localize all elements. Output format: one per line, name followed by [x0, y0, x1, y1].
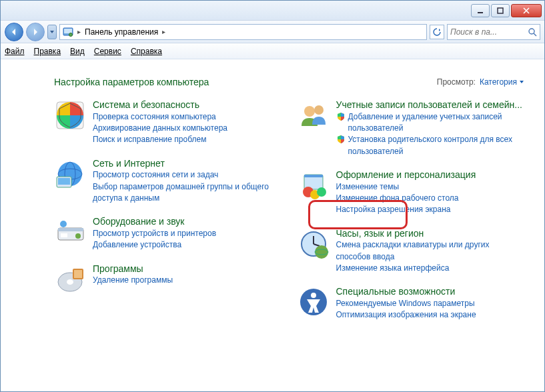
appearance-icon	[298, 169, 330, 201]
menu-help[interactable]: Справка	[131, 47, 162, 56]
sublink[interactable]: Удаление программы	[93, 275, 282, 286]
sublink[interactable]: Изменение языка интерфейса	[336, 263, 525, 274]
hardware-icon	[54, 216, 86, 248]
shield-icon	[336, 135, 346, 144]
maximize-button[interactable]	[491, 4, 510, 17]
sublink[interactable]: Добавление устройства	[93, 239, 282, 251]
category-link-network[interactable]: Сеть и Интернет	[93, 158, 282, 170]
search-icon	[528, 27, 537, 37]
svg-point-5	[529, 29, 534, 34]
category-link-clock[interactable]: Часы, язык и регион	[336, 228, 525, 240]
menu-tools[interactable]: Сервис	[94, 47, 121, 56]
history-dropdown[interactable]	[47, 25, 57, 39]
sublink-shield[interactable]: Добавление и удаление учетных записей по…	[336, 111, 525, 135]
menu-view[interactable]: Вид	[70, 47, 85, 56]
clock-icon	[298, 228, 330, 260]
svg-point-4	[69, 33, 73, 36]
shield-icon	[336, 112, 346, 121]
system-icon	[54, 99, 86, 131]
sublink[interactable]: Оптимизация изображения на экране	[336, 309, 525, 321]
navbar: ▸ Панель управления ▸	[1, 21, 544, 43]
category-body: Учетные записи пользователей и семейн...…	[336, 99, 525, 157]
category-link-system[interactable]: Система и безопасность	[93, 99, 282, 111]
search-box[interactable]	[447, 24, 540, 40]
category-body: Оборудование и звукПросмотр устройств и …	[93, 216, 282, 251]
category-body: Оформление и персонализацияИзменение тем…	[336, 169, 525, 216]
category-link-ease[interactable]: Специальные возможности	[336, 286, 525, 298]
sublink[interactable]: Просмотр состояния сети и задач	[93, 169, 282, 181]
sublink[interactable]: Изменение темы	[336, 181, 525, 193]
category-network: Сеть и ИнтернетПросмотр состояния сети и…	[54, 158, 282, 205]
sublink[interactable]: Изменение фона рабочего стола	[336, 193, 525, 204]
forward-button[interactable]	[26, 23, 45, 41]
category-ease: Специальные возможностиРекомендуемые Win…	[298, 286, 525, 321]
breadcrumb-item[interactable]: Панель управления	[85, 27, 158, 37]
sublink[interactable]: Настройка разрешения экрана	[336, 204, 525, 215]
category-programs: ПрограммыУдаление программы	[54, 263, 282, 295]
menubar: Файл Правка Вид Сервис Справка	[1, 43, 544, 59]
sublink[interactable]: Смена раскладки клавиатуры или других сп…	[336, 239, 525, 263]
category-link-users[interactable]: Учетные записи пользователей и семейн...	[336, 99, 525, 111]
network-icon	[54, 158, 86, 190]
category-clock: Часы, язык и регионСмена раскладки клави…	[298, 228, 525, 275]
ease-icon	[298, 286, 330, 318]
sublink[interactable]: Проверка состояния компьютера	[93, 111, 282, 123]
header-row: Настройка параметров компьютера Просмотр…	[54, 77, 524, 87]
category-users: Учетные записи пользователей и семейн...…	[298, 99, 525, 157]
window: ▸ Панель управления ▸ Файл Правка Вид Се…	[0, 0, 545, 392]
sublink[interactable]: Просмотр устройств и принтеров	[93, 228, 282, 239]
control-panel-icon	[63, 27, 73, 37]
category-hardware: Оборудование и звукПросмотр устройств и …	[54, 216, 282, 251]
view-dropdown[interactable]: Категория	[480, 77, 524, 87]
close-button[interactable]	[511, 4, 542, 17]
chevron-down-icon	[519, 79, 524, 85]
sublink[interactable]: Архивирование данных компьютера	[93, 123, 282, 134]
category-link-programs[interactable]: Программы	[93, 263, 282, 275]
category-body: Часы, язык и регионСмена раскладки клави…	[336, 228, 525, 275]
svg-rect-3	[64, 29, 72, 33]
category-appearance: Оформление и персонализацияИзменение тем…	[298, 169, 525, 216]
svg-rect-1	[498, 8, 503, 13]
chevron-right-icon: ▸	[162, 28, 165, 35]
sublink[interactable]: Рекомендуемые Windows параметры	[336, 298, 525, 309]
view-label: Просмотр:	[437, 77, 476, 87]
sublink[interactable]: Выбор параметров домашней группы и общег…	[93, 181, 282, 205]
back-button[interactable]	[5, 23, 23, 41]
categories: Система и безопасностьПроверка состояния…	[54, 99, 524, 321]
chevron-right-icon: ▸	[77, 28, 81, 35]
minimize-button[interactable]	[471, 4, 490, 17]
category-body: Сеть и ИнтернетПросмотр состояния сети и…	[93, 158, 282, 205]
users-icon	[298, 99, 330, 131]
programs-icon	[54, 263, 86, 295]
view-by: Просмотр: Категория	[437, 77, 524, 87]
search-input[interactable]	[450, 27, 528, 37]
category-link-hardware[interactable]: Оборудование и звук	[93, 216, 282, 228]
svg-line-6	[534, 33, 536, 36]
menu-edit[interactable]: Правка	[34, 47, 61, 56]
content: Настройка параметров компьютера Просмотр…	[1, 59, 544, 391]
left-column: Система и безопасностьПроверка состояния…	[54, 99, 282, 321]
titlebar	[1, 1, 544, 21]
category-body: ПрограммыУдаление программы	[93, 263, 282, 287]
refresh-button[interactable]	[430, 25, 444, 39]
category-body: Специальные возможностиРекомендуемые Win…	[336, 286, 525, 321]
category-link-appearance[interactable]: Оформление и персонализация	[336, 169, 525, 181]
svg-rect-0	[478, 12, 483, 13]
category-system: Система и безопасностьПроверка состояния…	[54, 99, 282, 146]
right-column: Учетные записи пользователей и семейн...…	[298, 99, 525, 321]
sublink-shield[interactable]: Установка родительского контроля для все…	[336, 134, 525, 157]
address-bar[interactable]: ▸ Панель управления ▸	[59, 24, 427, 40]
page-title: Настройка параметров компьютера	[54, 77, 209, 87]
category-body: Система и безопасностьПроверка состояния…	[93, 99, 282, 146]
sublink[interactable]: Поиск и исправление проблем	[93, 134, 282, 145]
menu-file[interactable]: Файл	[5, 47, 25, 56]
